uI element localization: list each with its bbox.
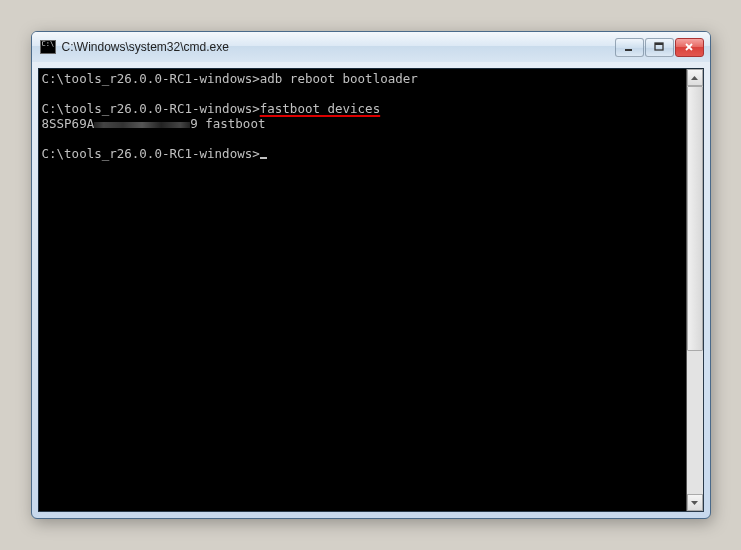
vertical-scrollbar[interactable] xyxy=(686,69,703,511)
close-button[interactable] xyxy=(675,38,704,57)
chevron-up-icon xyxy=(691,76,698,80)
command-text-highlighted: fastboot devices xyxy=(260,101,380,116)
chevron-down-icon xyxy=(691,501,698,505)
titlebar[interactable]: C:\Windows\system32\cmd.exe xyxy=(32,32,710,62)
cmd-window: C:\Windows\system32\cmd.exe C:\tools_r26… xyxy=(31,31,711,519)
prompt: C:\tools_r26.0.0-RC1-windows> xyxy=(42,101,260,116)
window-title: C:\Windows\system32\cmd.exe xyxy=(62,40,615,54)
minimize-icon xyxy=(624,42,634,52)
device-id-prefix: 8SSP69A xyxy=(42,116,95,131)
svg-rect-2 xyxy=(655,43,663,45)
console-frame: C:\tools_r26.0.0-RC1-windows>adb reboot … xyxy=(38,68,704,512)
scrollbar-thumb[interactable] xyxy=(687,86,703,351)
device-id-suffix: 9 xyxy=(190,116,198,131)
maximize-icon xyxy=(654,42,664,52)
command-text: adb reboot bootloader xyxy=(260,71,418,86)
cursor xyxy=(260,157,267,159)
cmd-icon xyxy=(40,40,56,54)
scrollbar-track[interactable] xyxy=(687,86,703,494)
console-output[interactable]: C:\tools_r26.0.0-RC1-windows>adb reboot … xyxy=(39,69,686,511)
device-mode: fastboot xyxy=(198,116,266,131)
window-controls xyxy=(615,38,704,57)
scroll-down-button[interactable] xyxy=(687,494,703,511)
minimize-button[interactable] xyxy=(615,38,644,57)
prompt: C:\tools_r26.0.0-RC1-windows> xyxy=(42,146,260,161)
svg-rect-0 xyxy=(625,49,632,51)
close-icon xyxy=(684,42,694,52)
maximize-button[interactable] xyxy=(645,38,674,57)
prompt: C:\tools_r26.0.0-RC1-windows> xyxy=(42,71,260,86)
redacted-text xyxy=(94,120,190,130)
scroll-up-button[interactable] xyxy=(687,69,703,86)
